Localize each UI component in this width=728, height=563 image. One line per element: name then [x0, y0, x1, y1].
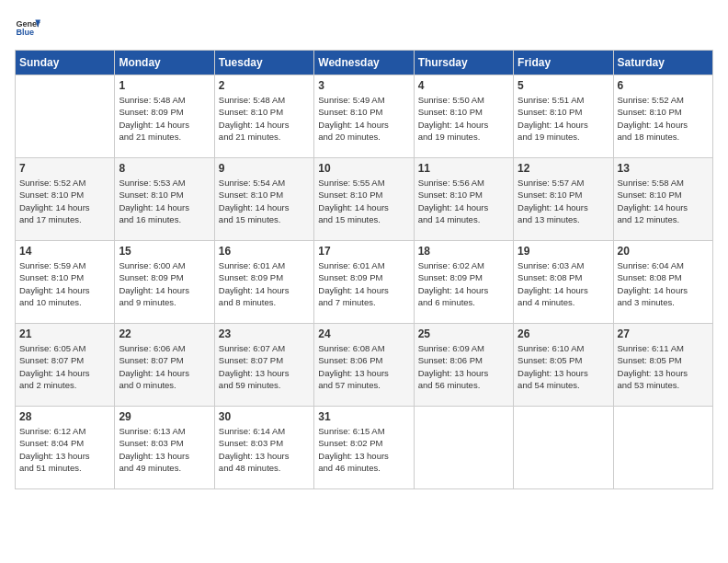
day-number: 14 [19, 245, 110, 258]
day-info: Sunrise: 5:54 AM Sunset: 8:10 PM Dayligh… [219, 177, 310, 225]
day-cell: 19Sunrise: 6:03 AM Sunset: 8:08 PM Dayli… [514, 241, 613, 324]
weekday-header-saturday: Saturday [613, 51, 712, 75]
day-number: 1 [119, 79, 210, 92]
day-number: 3 [318, 79, 409, 92]
weekday-header-friday: Friday [514, 51, 613, 75]
day-info: Sunrise: 6:00 AM Sunset: 8:09 PM Dayligh… [119, 259, 210, 308]
day-cell: 11Sunrise: 5:56 AM Sunset: 8:10 PM Dayli… [414, 158, 513, 241]
day-number: 10 [318, 162, 409, 175]
day-number: 16 [219, 245, 310, 258]
day-cell: 4Sunrise: 5:50 AM Sunset: 8:10 PM Daylig… [414, 75, 513, 158]
day-number: 5 [518, 79, 609, 92]
calendar-table: SundayMondayTuesdayWednesdayThursdayFrid… [15, 50, 713, 489]
day-info: Sunrise: 5:57 AM Sunset: 8:10 PM Dayligh… [518, 177, 609, 225]
header: General Blue [15, 15, 713, 40]
day-number: 31 [318, 410, 409, 423]
day-number: 11 [418, 162, 509, 175]
day-number: 17 [318, 245, 409, 258]
day-cell: 13Sunrise: 5:58 AM Sunset: 8:10 PM Dayli… [613, 158, 712, 241]
day-number: 13 [618, 162, 709, 175]
day-info: Sunrise: 5:49 AM Sunset: 8:10 PM Dayligh… [318, 94, 409, 143]
day-cell: 22Sunrise: 6:06 AM Sunset: 8:07 PM Dayli… [115, 324, 214, 407]
day-info: Sunrise: 6:10 AM Sunset: 8:05 PM Dayligh… [518, 342, 609, 391]
day-cell: 25Sunrise: 6:09 AM Sunset: 8:06 PM Dayli… [414, 324, 513, 407]
day-number: 29 [119, 410, 210, 423]
day-info: Sunrise: 5:56 AM Sunset: 8:10 PM Dayligh… [418, 177, 509, 225]
day-info: Sunrise: 6:08 AM Sunset: 8:06 PM Dayligh… [318, 342, 409, 391]
day-info: Sunrise: 5:52 AM Sunset: 8:10 PM Dayligh… [19, 177, 110, 225]
day-cell: 20Sunrise: 6:04 AM Sunset: 8:08 PM Dayli… [613, 241, 712, 324]
day-info: Sunrise: 6:13 AM Sunset: 8:03 PM Dayligh… [119, 425, 210, 474]
day-info: Sunrise: 6:07 AM Sunset: 8:07 PM Dayligh… [219, 342, 310, 391]
day-cell: 31Sunrise: 6:15 AM Sunset: 8:02 PM Dayli… [314, 407, 414, 489]
day-number: 8 [119, 162, 210, 175]
weekday-header-thursday: Thursday [414, 51, 513, 75]
day-cell: 18Sunrise: 6:02 AM Sunset: 8:09 PM Dayli… [414, 241, 513, 324]
day-info: Sunrise: 6:01 AM Sunset: 8:09 PM Dayligh… [318, 259, 409, 308]
day-info: Sunrise: 5:50 AM Sunset: 8:10 PM Dayligh… [418, 94, 509, 143]
weekday-header-row: SundayMondayTuesdayWednesdayThursdayFrid… [16, 51, 713, 75]
day-cell: 2Sunrise: 5:48 AM Sunset: 8:10 PM Daylig… [214, 75, 313, 158]
day-info: Sunrise: 6:04 AM Sunset: 8:08 PM Dayligh… [618, 259, 709, 308]
day-number: 26 [518, 327, 609, 340]
day-info: Sunrise: 5:48 AM Sunset: 8:10 PM Dayligh… [219, 94, 310, 143]
day-cell: 12Sunrise: 5:57 AM Sunset: 8:10 PM Dayli… [514, 158, 613, 241]
week-row-2: 7Sunrise: 5:52 AM Sunset: 8:10 PM Daylig… [16, 158, 713, 241]
day-number: 18 [418, 245, 509, 258]
day-number: 4 [418, 79, 509, 92]
day-info: Sunrise: 5:55 AM Sunset: 8:10 PM Dayligh… [318, 177, 409, 225]
day-cell: 7Sunrise: 5:52 AM Sunset: 8:10 PM Daylig… [16, 158, 115, 241]
logo-icon: General Blue [15, 15, 40, 40]
week-row-3: 14Sunrise: 5:59 AM Sunset: 8:10 PM Dayli… [16, 241, 713, 324]
week-row-4: 21Sunrise: 6:05 AM Sunset: 8:07 PM Dayli… [16, 324, 713, 407]
day-cell: 30Sunrise: 6:14 AM Sunset: 8:03 PM Dayli… [214, 407, 313, 489]
day-info: Sunrise: 6:02 AM Sunset: 8:09 PM Dayligh… [418, 259, 509, 308]
day-cell: 14Sunrise: 5:59 AM Sunset: 8:10 PM Dayli… [16, 241, 115, 324]
day-info: Sunrise: 5:53 AM Sunset: 8:10 PM Dayligh… [119, 177, 210, 225]
day-cell: 1Sunrise: 5:48 AM Sunset: 8:09 PM Daylig… [115, 75, 214, 158]
day-info: Sunrise: 6:09 AM Sunset: 8:06 PM Dayligh… [418, 342, 509, 391]
day-number: 30 [219, 410, 310, 423]
day-info: Sunrise: 6:12 AM Sunset: 8:04 PM Dayligh… [19, 425, 110, 474]
day-cell: 26Sunrise: 6:10 AM Sunset: 8:05 PM Dayli… [514, 324, 613, 407]
day-number: 23 [219, 327, 310, 340]
day-cell: 16Sunrise: 6:01 AM Sunset: 8:09 PM Dayli… [214, 241, 313, 324]
weekday-header-tuesday: Tuesday [214, 51, 313, 75]
day-number: 24 [318, 327, 409, 340]
day-number: 28 [19, 410, 110, 423]
day-cell: 9Sunrise: 5:54 AM Sunset: 8:10 PM Daylig… [214, 158, 313, 241]
day-number: 25 [418, 327, 509, 340]
day-cell: 3Sunrise: 5:49 AM Sunset: 8:10 PM Daylig… [314, 75, 414, 158]
day-cell: 10Sunrise: 5:55 AM Sunset: 8:10 PM Dayli… [314, 158, 414, 241]
weekday-header-monday: Monday [115, 51, 214, 75]
day-info: Sunrise: 5:48 AM Sunset: 8:09 PM Dayligh… [119, 94, 210, 143]
day-number: 15 [119, 245, 210, 258]
day-number: 27 [618, 327, 709, 340]
day-cell [613, 407, 712, 489]
day-cell [16, 75, 115, 158]
day-info: Sunrise: 6:05 AM Sunset: 8:07 PM Dayligh… [19, 342, 110, 391]
day-info: Sunrise: 5:52 AM Sunset: 8:10 PM Dayligh… [618, 94, 709, 143]
day-number: 19 [518, 245, 609, 258]
day-cell: 8Sunrise: 5:53 AM Sunset: 8:10 PM Daylig… [115, 158, 214, 241]
weekday-header-sunday: Sunday [16, 51, 115, 75]
day-number: 9 [219, 162, 310, 175]
logo: General Blue [15, 15, 44, 40]
day-number: 2 [219, 79, 310, 92]
day-info: Sunrise: 5:51 AM Sunset: 8:10 PM Dayligh… [518, 94, 609, 143]
weekday-header-wednesday: Wednesday [314, 51, 414, 75]
day-cell: 21Sunrise: 6:05 AM Sunset: 8:07 PM Dayli… [16, 324, 115, 407]
day-number: 7 [19, 162, 110, 175]
day-cell: 17Sunrise: 6:01 AM Sunset: 8:09 PM Dayli… [314, 241, 414, 324]
day-number: 22 [119, 327, 210, 340]
day-info: Sunrise: 5:58 AM Sunset: 8:10 PM Dayligh… [618, 177, 709, 225]
day-cell: 23Sunrise: 6:07 AM Sunset: 8:07 PM Dayli… [214, 324, 313, 407]
day-number: 20 [618, 245, 709, 258]
day-info: Sunrise: 6:06 AM Sunset: 8:07 PM Dayligh… [119, 342, 210, 391]
day-info: Sunrise: 6:14 AM Sunset: 8:03 PM Dayligh… [219, 425, 310, 474]
day-cell: 6Sunrise: 5:52 AM Sunset: 8:10 PM Daylig… [613, 75, 712, 158]
day-info: Sunrise: 6:01 AM Sunset: 8:09 PM Dayligh… [219, 259, 310, 308]
week-row-5: 28Sunrise: 6:12 AM Sunset: 8:04 PM Dayli… [16, 407, 713, 489]
day-number: 6 [618, 79, 709, 92]
day-info: Sunrise: 6:03 AM Sunset: 8:08 PM Dayligh… [518, 259, 609, 308]
